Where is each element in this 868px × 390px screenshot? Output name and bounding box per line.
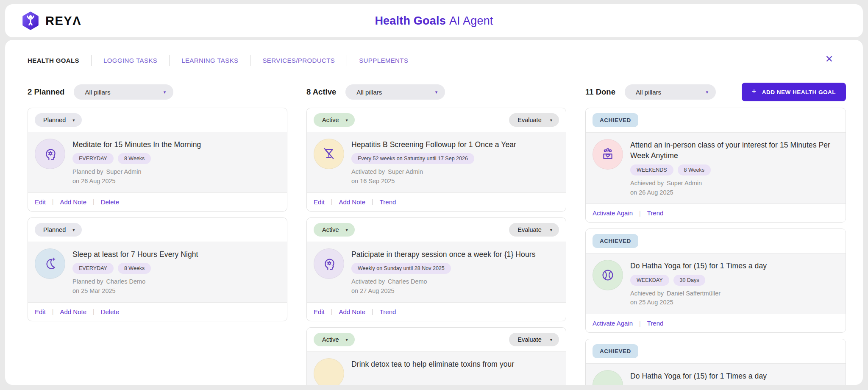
status-label: Planned (43, 226, 66, 233)
tab-learning-tasks[interactable]: LEARNING TASKS (169, 55, 250, 66)
board-column: 8 ActiveAll pillars▾Active▾Evaluate▾Hepa… (306, 83, 566, 385)
meta-by-line: Activated byCharles Demo (351, 277, 536, 287)
meta-date-line: on 16 Sep 2025 (351, 177, 516, 186)
goal-title: Drink detox tea to help eliminate toxins… (351, 359, 514, 370)
action-divider: | (372, 198, 373, 205)
tag-pill: 8 Weeks (118, 153, 151, 164)
add-button-label: ADD NEW HEALTH GOAL (762, 89, 836, 95)
evaluate-dropdown[interactable]: Evaluate▾ (509, 223, 559, 237)
chevron-down-icon: ▾ (550, 117, 552, 123)
tag-pill: WEEKENDS (630, 164, 673, 176)
tag-pill: 8 Weeks (678, 164, 711, 176)
meta-person: Super Admin (388, 168, 423, 175)
add-note-link[interactable]: Add Note (339, 198, 366, 206)
add-health-goal-button[interactable]: +ADD NEW HEALTH GOAL (742, 83, 846, 101)
meta-date-line: on 25 Aug 2025 (630, 298, 767, 307)
status-dropdown[interactable]: Active▾ (314, 113, 355, 127)
meta-date-line: on 27 Aug 2025 (351, 287, 536, 296)
tag-pill: EVERYDAY (72, 153, 114, 164)
edit-link[interactable]: Edit (35, 198, 46, 206)
trend-link[interactable]: Trend (647, 320, 664, 327)
meta-label: Planned by (72, 168, 103, 175)
tab-services-products[interactable]: SERVICES/PRODUCTS (250, 55, 347, 66)
meta-label: Planned by (72, 278, 103, 285)
tab-supplements[interactable]: SUPPLEMENTS (347, 55, 420, 66)
goal-title: Sleep at least for 7 Hours Every Night (72, 249, 198, 260)
activate-again-link[interactable]: Activate Again (593, 209, 633, 217)
pillar-filter-value: All pillars (636, 89, 661, 96)
tag-pill: 30 Days (673, 275, 706, 286)
pillar-filter-value: All pillars (356, 89, 382, 96)
meta-label: Achieved by (630, 180, 664, 187)
goal-title: Do Hatha Yoga for (15) for 1 Times a day (630, 261, 767, 271)
mind-gear-icon (321, 256, 337, 271)
meta-by-line: Achieved byDaniel Saffertmüller (630, 289, 767, 298)
main-panel: HEALTH GOALSLOGGING TASKSLEARNING TASKSS… (5, 40, 863, 385)
goal-avatar (314, 139, 344, 169)
tennis-ball-icon (600, 267, 615, 283)
chevron-down-icon: ▾ (435, 89, 438, 95)
delete-link[interactable]: Delete (101, 198, 119, 206)
action-divider: | (639, 320, 641, 327)
reya-logo-icon (21, 11, 40, 30)
pillar-filter-dropdown[interactable]: All pillars▾ (345, 84, 445, 100)
trend-link[interactable]: Trend (647, 209, 664, 217)
status-dropdown[interactable]: Planned▾ (35, 223, 82, 237)
goal-avatar (35, 248, 65, 279)
evaluate-dropdown[interactable]: Evaluate▾ (509, 113, 559, 127)
mind-gear-icon (42, 146, 58, 162)
goal-meta: Planned bySuper Adminon 26 Aug 2025 (72, 167, 201, 186)
pillar-filter-dropdown[interactable]: All pillars▾ (74, 84, 173, 100)
meta-label: Activated by (351, 168, 385, 175)
evaluate-label: Evaluate (517, 226, 541, 233)
pillar-filter-dropdown[interactable]: All pillars▾ (625, 84, 716, 100)
close-button[interactable]: ✕ (824, 53, 834, 65)
goal-meta: Achieved byDaniel Saffertmülleron 25 Aug… (630, 289, 767, 308)
board-column: 2 PlannedAll pillars▾Planned▾Meditate fo… (28, 83, 287, 385)
chevron-down-icon: ▾ (550, 227, 552, 232)
page-title-bold: Health Goals (375, 14, 445, 27)
tag-pill: Weekly on Sunday until 28 Nov 2025 (351, 263, 451, 274)
goal-meta: Achieved bySuper Adminon 26 Aug 2025 (630, 179, 839, 198)
meta-person: Daniel Saffertmüller (667, 290, 721, 297)
goal-card: Active▾Evaluate▾Paticipate in therapy se… (306, 217, 566, 321)
trend-link[interactable]: Trend (380, 308, 396, 315)
status-dropdown[interactable]: Active▾ (314, 223, 355, 237)
status-label: Active (322, 117, 339, 123)
status-dropdown[interactable]: Active▾ (314, 333, 355, 346)
action-divider: | (52, 308, 54, 315)
add-note-link[interactable]: Add Note (60, 308, 87, 315)
delete-link[interactable]: Delete (101, 308, 119, 315)
status-label: Active (322, 226, 339, 233)
status-dropdown[interactable]: Planned▾ (35, 113, 82, 127)
meta-label: Achieved by (630, 290, 664, 297)
tab-health-goals[interactable]: HEALTH GOALS (28, 55, 91, 66)
chevron-down-icon: ▾ (346, 227, 348, 232)
edit-link[interactable]: Edit (314, 198, 325, 206)
add-note-link[interactable]: Add Note (60, 198, 87, 206)
add-note-link[interactable]: Add Note (339, 308, 366, 315)
meta-person: Super Admin (667, 180, 702, 187)
goal-meta: Activated byCharles Demoon 27 Aug 2025 (351, 277, 536, 296)
edit-link[interactable]: Edit (35, 308, 46, 315)
activate-again-link[interactable]: Activate Again (593, 320, 633, 327)
action-divider: | (331, 198, 333, 205)
card-list: ACHIEVEDAttend an in-person class of you… (585, 108, 846, 385)
column-count: 11 Done (585, 87, 615, 97)
tab-logging-tasks[interactable]: LOGGING TASKS (91, 55, 169, 66)
trend-link[interactable]: Trend (380, 198, 396, 206)
goal-title: Paticipate in therapy session once a wee… (351, 249, 536, 260)
pillar-filter-value: All pillars (85, 89, 110, 96)
evaluate-dropdown[interactable]: Evaluate▾ (509, 333, 559, 346)
chevron-down-icon: ▾ (72, 227, 75, 232)
status-badge: ACHIEVED (593, 344, 638, 358)
meta-by-line: Activated bySuper Admin (351, 167, 516, 177)
column-count: 2 Planned (28, 87, 64, 97)
page-title-regular: AI Agent (449, 14, 493, 27)
moon-stars-icon (42, 256, 58, 271)
goal-card: Active▾Evaluate▾Hepatitis B Screening Fo… (306, 108, 566, 212)
edit-link[interactable]: Edit (314, 308, 325, 315)
goal-avatar (35, 139, 65, 169)
cocktail-no-icon (321, 146, 337, 162)
goal-card: Active▾Evaluate▾Drink detox tea to help … (306, 327, 566, 385)
